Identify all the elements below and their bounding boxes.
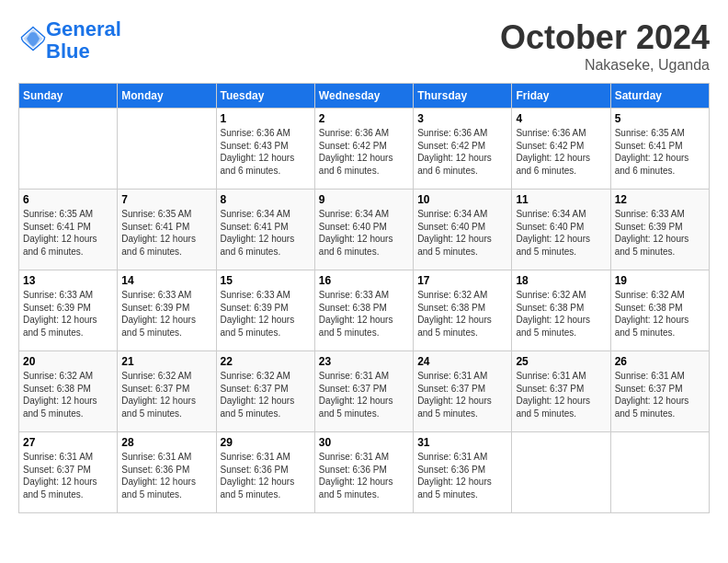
calendar-cell: 21Sunrise: 6:32 AM Sunset: 6:37 PM Dayli… [118,351,216,432]
day-number: 11 [516,193,606,206]
day-info: Sunrise: 6:31 AM Sunset: 6:37 PM Dayligh… [23,451,113,500]
day-info: Sunrise: 6:32 AM Sunset: 6:38 PM Dayligh… [23,370,113,419]
day-number: 7 [121,193,211,206]
day-info: Sunrise: 6:33 AM Sunset: 6:38 PM Dayligh… [319,289,409,339]
day-info: Sunrise: 6:35 AM Sunset: 6:41 PM Dayligh… [615,127,705,177]
day-info: Sunrise: 6:36 AM Sunset: 6:42 PM Dayligh… [319,127,409,177]
day-number: 8 [221,193,311,206]
calendar-cell: 17Sunrise: 6:32 AM Sunset: 6:38 PM Dayli… [414,270,512,351]
day-info: Sunrise: 6:34 AM Sunset: 6:40 PM Dayligh… [516,208,606,258]
header-day-monday: Monday [118,84,216,109]
day-info: Sunrise: 6:36 AM Sunset: 6:42 PM Dayligh… [516,127,606,177]
day-info: Sunrise: 6:31 AM Sunset: 6:36 PM Dayligh… [319,451,409,500]
day-info: Sunrise: 6:31 AM Sunset: 6:37 PM Dayligh… [516,370,606,419]
calendar-cell: 10Sunrise: 6:34 AM Sunset: 6:40 PM Dayli… [414,190,512,270]
day-number: 22 [221,355,311,368]
title-block: October 2024 Nakaseke, Uganda [500,18,710,74]
calendar-week-3: 13Sunrise: 6:33 AM Sunset: 6:39 PM Dayli… [19,270,710,351]
calendar-cell: 4Sunrise: 6:36 AM Sunset: 6:42 PM Daylig… [512,109,610,190]
calendar-cell: 26Sunrise: 6:31 AM Sunset: 6:37 PM Dayli… [610,351,709,432]
calendar-cell: 20Sunrise: 6:32 AM Sunset: 6:38 PM Dayli… [19,351,118,432]
day-info: Sunrise: 6:36 AM Sunset: 6:42 PM Dayligh… [417,127,507,177]
calendar-cell: 18Sunrise: 6:32 AM Sunset: 6:38 PM Dayli… [512,270,610,351]
day-info: Sunrise: 6:31 AM Sunset: 6:36 PM Dayligh… [417,451,507,500]
day-number: 29 [221,436,311,449]
header-day-friday: Friday [512,84,610,109]
day-info: Sunrise: 6:33 AM Sunset: 6:39 PM Dayligh… [221,289,311,339]
day-number: 17 [417,274,507,287]
day-number: 25 [516,355,606,368]
day-info: Sunrise: 6:32 AM Sunset: 6:38 PM Dayligh… [615,289,705,339]
calendar-cell: 6Sunrise: 6:35 AM Sunset: 6:41 PM Daylig… [19,190,118,270]
day-number: 3 [417,112,507,125]
day-number: 27 [23,436,113,449]
calendar-week-1: 1Sunrise: 6:36 AM Sunset: 6:43 PM Daylig… [19,109,710,190]
day-info: Sunrise: 6:35 AM Sunset: 6:41 PM Dayligh… [121,208,211,258]
day-number: 21 [121,355,211,368]
calendar-cell: 22Sunrise: 6:32 AM Sunset: 6:37 PM Dayli… [216,351,314,432]
day-number: 6 [23,193,113,206]
calendar-cell: 31Sunrise: 6:31 AM Sunset: 6:36 PM Dayli… [414,432,512,513]
calendar-cell: 2Sunrise: 6:36 AM Sunset: 6:42 PM Daylig… [314,109,413,190]
calendar-cell: 5Sunrise: 6:35 AM Sunset: 6:41 PM Daylig… [610,109,709,190]
day-number: 19 [615,274,705,287]
calendar-cell: 19Sunrise: 6:32 AM Sunset: 6:38 PM Dayli… [610,270,709,351]
calendar-week-4: 20Sunrise: 6:32 AM Sunset: 6:38 PM Dayli… [19,351,710,432]
day-info: Sunrise: 6:31 AM Sunset: 6:37 PM Dayligh… [319,370,409,419]
calendar-cell: 30Sunrise: 6:31 AM Sunset: 6:36 PM Dayli… [314,432,413,513]
calendar-cell [610,432,709,513]
calendar-cell: 27Sunrise: 6:31 AM Sunset: 6:37 PM Dayli… [19,432,118,513]
day-info: Sunrise: 6:32 AM Sunset: 6:38 PM Dayligh… [417,289,507,339]
calendar-header-row: SundayMondayTuesdayWednesdayThursdayFrid… [19,84,710,109]
day-number: 26 [615,355,705,368]
calendar-cell: 1Sunrise: 6:36 AM Sunset: 6:43 PM Daylig… [216,109,314,190]
calendar-cell: 9Sunrise: 6:34 AM Sunset: 6:40 PM Daylig… [314,190,413,270]
calendar-cell [512,432,610,513]
header-day-sunday: Sunday [19,84,118,109]
day-number: 16 [319,274,409,287]
calendar-cell: 29Sunrise: 6:31 AM Sunset: 6:36 PM Dayli… [216,432,314,513]
calendar-cell: 13Sunrise: 6:33 AM Sunset: 6:39 PM Dayli… [19,270,118,351]
day-info: Sunrise: 6:31 AM Sunset: 6:37 PM Dayligh… [615,370,705,419]
day-number: 15 [221,274,311,287]
calendar-cell: 8Sunrise: 6:34 AM Sunset: 6:41 PM Daylig… [216,190,314,270]
day-number: 5 [615,112,705,125]
day-number: 14 [121,274,211,287]
day-info: Sunrise: 6:34 AM Sunset: 6:41 PM Dayligh… [221,208,311,258]
day-info: Sunrise: 6:33 AM Sunset: 6:39 PM Dayligh… [23,289,113,339]
calendar-cell: 12Sunrise: 6:33 AM Sunset: 6:39 PM Dayli… [610,190,709,270]
calendar-cell: 28Sunrise: 6:31 AM Sunset: 6:36 PM Dayli… [118,432,216,513]
calendar-cell [118,109,216,190]
day-number: 30 [319,436,409,449]
day-number: 20 [23,355,113,368]
day-info: Sunrise: 6:31 AM Sunset: 6:36 PM Dayligh… [121,451,211,500]
day-number: 2 [319,112,409,125]
day-number: 13 [23,274,113,287]
header-day-thursday: Thursday [414,84,512,109]
page-header: General Blue October 2024 Nakaseke, Ugan… [18,18,710,74]
logo-text: General Blue [46,18,121,63]
calendar-cell: 11Sunrise: 6:34 AM Sunset: 6:40 PM Dayli… [512,190,610,270]
calendar-cell: 7Sunrise: 6:35 AM Sunset: 6:41 PM Daylig… [118,190,216,270]
day-number: 31 [417,436,507,449]
day-info: Sunrise: 6:36 AM Sunset: 6:43 PM Dayligh… [221,127,311,177]
calendar-cell: 23Sunrise: 6:31 AM Sunset: 6:37 PM Dayli… [314,351,413,432]
calendar-cell: 16Sunrise: 6:33 AM Sunset: 6:38 PM Dayli… [314,270,413,351]
calendar-cell: 25Sunrise: 6:31 AM Sunset: 6:37 PM Dayli… [512,351,610,432]
day-number: 23 [319,355,409,368]
day-info: Sunrise: 6:35 AM Sunset: 6:41 PM Dayligh… [23,208,113,258]
day-number: 12 [615,193,705,206]
calendar-cell: 3Sunrise: 6:36 AM Sunset: 6:42 PM Daylig… [414,109,512,190]
header-day-wednesday: Wednesday [314,84,413,109]
calendar-table: SundayMondayTuesdayWednesdayThursdayFrid… [18,83,710,513]
calendar-week-5: 27Sunrise: 6:31 AM Sunset: 6:37 PM Dayli… [19,432,710,513]
logo: General Blue [18,18,121,63]
day-number: 9 [319,193,409,206]
day-info: Sunrise: 6:32 AM Sunset: 6:38 PM Dayligh… [516,289,606,339]
day-info: Sunrise: 6:31 AM Sunset: 6:37 PM Dayligh… [417,370,507,419]
header-day-saturday: Saturday [610,84,709,109]
day-info: Sunrise: 6:34 AM Sunset: 6:40 PM Dayligh… [319,208,409,258]
day-number: 28 [121,436,211,449]
calendar-cell: 24Sunrise: 6:31 AM Sunset: 6:37 PM Dayli… [414,351,512,432]
header-day-tuesday: Tuesday [216,84,314,109]
